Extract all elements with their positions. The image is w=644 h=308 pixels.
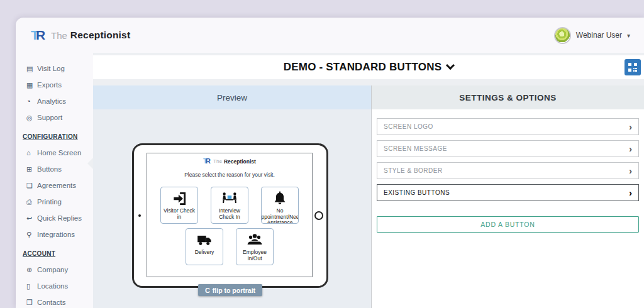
- accordion-label: SCREEN MESSAGE: [384, 145, 447, 152]
- settings-panel-header: SETTINGS & OPTIONS: [372, 85, 644, 109]
- sidebar-item-quick-replies[interactable]: ↩ Quick Replies: [16, 210, 93, 226]
- plug-icon: ⚲: [26, 231, 37, 239]
- file-icon: ▤: [26, 65, 37, 73]
- chevron-right-icon: ›: [629, 144, 632, 153]
- preview-panel: Preview T R The: [93, 85, 371, 308]
- page-header: DEMO - STANDARD BUTTONS: [93, 55, 644, 79]
- kiosk-button-label: Interview Check In: [211, 208, 248, 220]
- chevron-right-icon: ›: [629, 166, 632, 175]
- kiosk-welcome-message: Please select the reason for your visit.: [147, 172, 312, 178]
- reply-icon: ↩: [26, 214, 37, 223]
- grid-icon: ⊞: [26, 165, 37, 173]
- logo-r: R: [206, 157, 211, 165]
- sidebar-item-agreements[interactable]: ❏ Agreements: [16, 177, 93, 194]
- sidebar-item-label: Buttons: [37, 165, 62, 173]
- address-book-icon: ❒: [26, 299, 37, 307]
- camera-dot-icon: [138, 214, 141, 217]
- app-window: T R The Receptionist Webinar User ▾ ▤ Vi…: [16, 18, 644, 308]
- flip-to-portrait-button[interactable]: C flip to portrait: [198, 284, 262, 296]
- accordion-row-existing-buttons[interactable]: EXISTING BUTTONS ›: [377, 184, 639, 201]
- sidebar-item-integrations[interactable]: ⚲ Integrations: [16, 226, 93, 243]
- accordion-label: SCREEN LOGO: [384, 123, 433, 130]
- accordion-label: STYLE & BORDER: [384, 167, 443, 174]
- sidebar-section-configuration: CONFIGURATION: [16, 128, 93, 145]
- globe-icon: ⊕: [26, 266, 37, 274]
- rotate-icon: C: [205, 287, 210, 294]
- main-content: DEMO - STANDARD BUTTONS Preview: [93, 53, 644, 308]
- tablet-mockup: T R The Receptionist Please select the r…: [132, 143, 328, 288]
- truck-icon: [196, 232, 213, 248]
- sidebar-item-label: Home Screen: [37, 149, 81, 157]
- sidebar-item-label: Contacts: [37, 299, 65, 306]
- sidebar-item-locations[interactable]: ▯ Locations: [16, 278, 93, 294]
- sidebar-item-label: Agreements: [37, 182, 76, 189]
- panels: Preview T R The: [93, 85, 644, 308]
- tr-logo-icon: T R: [31, 27, 48, 43]
- qr-code-icon: [628, 63, 637, 72]
- kiosk-button-delivery[interactable]: Delivery: [186, 228, 223, 265]
- sidebar-item-company[interactable]: ⊕ Company: [16, 261, 93, 278]
- chevron-down-icon: ▾: [627, 32, 630, 39]
- sidebar-item-label: Quick Replies: [37, 214, 82, 222]
- kiosk-button-row-1: Visitor Check in: [147, 187, 312, 224]
- sidebar-item-label: Printing: [37, 198, 62, 206]
- kiosk-button-label: Employee In/Out: [236, 250, 273, 261]
- home-button-icon: [314, 211, 323, 220]
- sidebar-section-account: ACCOUNT: [16, 245, 93, 261]
- sidebar-item-buttons[interactable]: ⊞ Buttons: [16, 161, 93, 177]
- settings-body: SCREEN LOGO › SCREEN MESSAGE › STYLE & B…: [372, 109, 644, 308]
- flip-button-label: flip to portrait: [213, 287, 255, 294]
- brand-name: Receptionist: [70, 30, 130, 41]
- sidebar-item-visit-log[interactable]: ▤ Visit Log: [16, 60, 93, 77]
- preview-body: T R The Receptionist Please select the r…: [93, 109, 371, 308]
- accordion-row-style-border[interactable]: STYLE & BORDER ›: [377, 162, 639, 179]
- kiosk-button-employee-in-out[interactable]: Employee In/Out: [236, 228, 274, 265]
- sidebar-item-label: Visit Log: [37, 65, 65, 72]
- chevron-right-icon: ›: [629, 122, 632, 131]
- pages-icon: ❏: [26, 182, 37, 190]
- user-menu[interactable]: Webinar User ▾: [554, 27, 630, 44]
- qr-code-button[interactable]: [625, 59, 641, 75]
- kiosk-brand-logo: T R The Receptionist: [147, 157, 312, 165]
- brand-prefix: The: [51, 30, 67, 41]
- kiosk-button-label: Visitor Check in: [161, 208, 197, 220]
- gauge-icon: ◔: [26, 97, 37, 105]
- chevron-down-icon[interactable]: [446, 61, 455, 70]
- accordion-row-screen-logo[interactable]: SCREEN LOGO ›: [377, 118, 639, 135]
- accordion-row-screen-message[interactable]: SCREEN MESSAGE ›: [377, 140, 639, 157]
- sidebar-item-exports[interactable]: ▦ Exports: [16, 77, 93, 93]
- sidebar-item-label: Company: [37, 266, 68, 273]
- settings-title: SETTINGS & OPTIONS: [459, 93, 557, 102]
- sidebar: ▤ Visit Log ▦ Exports ◔ Analytics ◎ Supp…: [16, 53, 93, 308]
- kiosk-button-no-appointment[interactable]: No Appointment/Need Assistance: [261, 187, 299, 224]
- page-title[interactable]: DEMO - STANDARD BUTTONS: [284, 61, 441, 74]
- printer-icon: ⎙: [26, 198, 37, 206]
- add-a-button-button[interactable]: ADD A BUTTON: [377, 216, 639, 233]
- kiosk-button-visitor-check-in[interactable]: Visitor Check in: [160, 187, 198, 224]
- logo-r: R: [36, 28, 45, 43]
- tablet-screen: T R The Receptionist Please select the r…: [147, 153, 313, 277]
- sidebar-item-label: Analytics: [37, 97, 66, 105]
- kiosk-button-row-2: Delivery: [147, 228, 312, 265]
- settings-panel: SETTINGS & OPTIONS SCREEN LOGO › SCREEN …: [371, 85, 644, 308]
- life-ring-icon: ◎: [26, 114, 37, 122]
- sidebar-item-analytics[interactable]: ◔ Analytics: [16, 93, 93, 109]
- tr-logo-icon: T R: [203, 157, 211, 165]
- sidebar-item-support[interactable]: ◎ Support: [16, 109, 93, 126]
- sidebar-item-home-screen[interactable]: ⌂ Home Screen: [16, 145, 93, 161]
- calendar-icon: ▦: [26, 81, 37, 89]
- kiosk-button-interview-check-in[interactable]: Interview Check In: [211, 187, 248, 224]
- sidebar-item-printing[interactable]: ⎙ Printing: [16, 194, 93, 210]
- kiosk-brand-name: Receptionist: [224, 158, 256, 165]
- kiosk-brand-prefix: The: [213, 158, 222, 164]
- preview-panel-header: Preview: [93, 85, 371, 109]
- user-name: Webinar User: [576, 31, 622, 40]
- kiosk-button-label: No Appointment/Need Assistance: [261, 208, 299, 224]
- avatar[interactable]: [554, 27, 571, 44]
- interview-icon: [221, 190, 238, 207]
- preview-title: Preview: [217, 93, 247, 102]
- brand-logo: T R The Receptionist: [31, 27, 130, 43]
- home-icon: ⌂: [26, 149, 37, 157]
- accordion-label: EXISTING BUTTONS: [384, 189, 450, 196]
- sidebar-item-contacts[interactable]: ❒ Contacts: [16, 294, 93, 308]
